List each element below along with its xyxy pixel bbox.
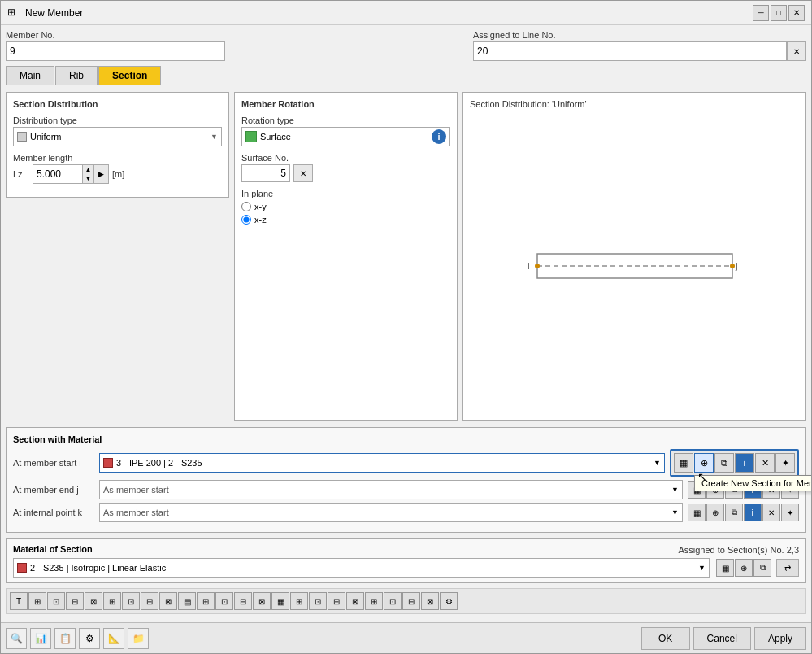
close-button[interactable]: ✕ (788, 5, 805, 21)
main-toolbar-row: T ⊞ ⊡ ⊟ ⊠ ⊞ ⊡ ⊟ ⊠ ▤ ⊞ ⊡ ⊟ ⊠ ▦ ⊞ ⊡ ⊟ ⊠ ⊞ … (6, 588, 806, 614)
footer-btn-1[interactable]: 🔍 (6, 628, 27, 649)
at-internal-btn-3[interactable]: ⧉ (725, 504, 743, 521)
at-internal-btn-6[interactable]: ✦ (781, 504, 799, 521)
toolbar-main-16[interactable]: ⊞ (290, 592, 308, 610)
apply-button[interactable]: Apply (754, 627, 806, 650)
rotation-type-label: Rotation type (241, 116, 450, 125)
ok-button[interactable]: OK (641, 627, 690, 650)
dist-type-row: Distribution type Uniform ▼ (13, 116, 222, 146)
mat-btn-3[interactable]: ⧉ (753, 559, 771, 577)
toolbar-main-13[interactable]: ⊟ (234, 592, 252, 610)
footer-btn-4[interactable]: ⚙ (79, 628, 100, 649)
mat-assign-btn[interactable]: ⇄ (776, 559, 799, 577)
beam-diagram: i j (470, 119, 799, 413)
material-select[interactable]: 2 - S235 | Isotropic | Linear Elastic ▼ (13, 558, 710, 578)
window-title: New Member (25, 7, 753, 19)
toolbar-main-settings[interactable]: ⚙ (440, 592, 458, 610)
at-internal-btn-1[interactable]: ▦ (688, 504, 706, 521)
middle-field-group (230, 30, 468, 61)
at-start-arrow: ▼ (654, 459, 661, 467)
member-rotation-box: Member Rotation Rotation type Surface i … (234, 92, 458, 421)
top-fields: Member No. 9 Assigned to Line No. 20 ✕ (6, 30, 806, 61)
toolbar-main-17[interactable]: ⊡ (309, 592, 327, 610)
toolbar-main-22[interactable]: ⊟ (402, 592, 420, 610)
tab-main[interactable]: Main (6, 66, 54, 85)
radio-xz-row: x-z (241, 215, 450, 225)
toolbar-main-12[interactable]: ⊡ (215, 592, 233, 610)
material-header: Material of Section Assigned to Section(… (13, 544, 799, 556)
tool-btn-del[interactable]: ✕ (755, 453, 775, 473)
toolbar-main-9[interactable]: ⊠ (159, 592, 177, 610)
at-internal-label: At internal point k (13, 508, 94, 517)
tool-btn-info[interactable]: i (735, 453, 754, 473)
footer-btn-6[interactable]: 📁 (128, 628, 149, 649)
lz-input[interactable] (33, 165, 82, 183)
toolbar-main-23[interactable]: ⊠ (421, 592, 439, 610)
svg-point-5 (730, 264, 735, 268)
at-internal-btn-4[interactable]: i (744, 504, 762, 521)
beam-svg: i j (521, 233, 749, 299)
rotation-type-select[interactable]: Surface i (241, 127, 450, 146)
dist-type-arrow: ▼ (211, 133, 218, 141)
mat-btn-1[interactable]: ▦ (716, 559, 734, 577)
at-internal-btn-5[interactable]: ✕ (762, 504, 780, 521)
toolbar-main-7[interactable]: ⊡ (122, 592, 140, 610)
mat-btn-2[interactable]: ⊕ (735, 559, 753, 577)
lz-spinners: ▲ ▼ (82, 165, 93, 183)
toolbar-main-3[interactable]: ⊡ (47, 592, 65, 610)
toolbar-main-14[interactable]: ⊠ (253, 592, 271, 610)
toolbar-main-10[interactable]: ▤ (178, 592, 196, 610)
radio-xy[interactable] (241, 202, 251, 211)
lz-spin-up[interactable]: ▲ (82, 165, 93, 174)
distribution-diagram-title: Section Distribution: 'Uniform' (470, 99, 799, 109)
at-end-select[interactable]: As member start ▼ (99, 480, 683, 499)
svg-text:i: i (528, 261, 529, 271)
footer-btn-5[interactable]: 📐 (103, 628, 124, 649)
toolbar-main-18[interactable]: ⊟ (328, 592, 345, 610)
footer-btn-3[interactable]: 📋 (54, 628, 76, 649)
member-no-input[interactable]: 9 (6, 41, 225, 61)
member-length-row: Member length Lz ▲ ▼ ▶ [m] (13, 153, 222, 184)
footer-btn-2[interactable]: 📊 (30, 628, 51, 649)
toolbar-main-5[interactable]: ⊠ (85, 592, 102, 610)
at-internal-btn-2[interactable]: ⊕ (706, 504, 724, 521)
surface-goto-btn[interactable]: ✕ (293, 164, 313, 182)
cancel-button[interactable]: Cancel (693, 627, 751, 650)
toolbar-main-11[interactable]: ⊞ (197, 592, 215, 610)
assigned-group: Assigned to Line No. 20 ✕ (473, 30, 806, 61)
lz-unit: [m] (112, 169, 124, 179)
title-bar: ⊞ New Member ─ □ ✕ (1, 1, 811, 25)
lz-spin-down[interactable]: ▼ (82, 174, 93, 183)
toolbar-main-1[interactable]: T (10, 592, 28, 610)
material-value-text: 2 - S235 | Isotropic | Linear Elastic (30, 563, 166, 573)
at-internal-toolbar: ▦ ⊕ ⧉ i ✕ ✦ (688, 504, 799, 521)
tool-btn-1[interactable]: ▦ (674, 453, 693, 473)
toolbar-main-15[interactable]: ▦ (271, 592, 289, 610)
material-toolbar: ▦ ⊕ ⧉ (716, 559, 771, 577)
toolbar-main-4[interactable]: ⊟ (66, 592, 84, 610)
rotation-info-button[interactable]: i (432, 129, 446, 144)
tab-rib[interactable]: Rib (55, 66, 98, 85)
toolbar-main-2[interactable]: ⊞ (28, 592, 46, 610)
material-section: Material of Section Assigned to Section(… (6, 538, 806, 583)
at-start-select[interactable]: 3 - IPE 200 | 2 - S235 ▼ (99, 453, 665, 473)
tool-btn-star[interactable]: ✦ (775, 453, 795, 473)
at-internal-select[interactable]: As member start ▼ (99, 503, 683, 522)
main-panel: Section Distribution Distribution type U… (6, 92, 806, 421)
toolbar-main-8[interactable]: ⊟ (141, 592, 158, 610)
radio-xz[interactable] (241, 215, 251, 225)
toolbar-main-21[interactable]: ⊡ (384, 592, 402, 610)
tab-section[interactable]: Section (98, 66, 161, 85)
lz-goto-btn[interactable]: ▶ (93, 165, 108, 183)
maximize-button[interactable]: □ (771, 5, 787, 21)
dist-type-select[interactable]: Uniform ▼ (13, 127, 222, 146)
assigned-input[interactable]: 20 (473, 41, 787, 61)
in-plane-label: In plane (241, 189, 450, 198)
assigned-clear-button[interactable]: ✕ (787, 41, 806, 61)
minimize-button[interactable]: ─ (753, 5, 769, 21)
surface-no-input[interactable] (241, 164, 290, 182)
toolbar-main-19[interactable]: ⊠ (346, 592, 364, 610)
toolbar-main-6[interactable]: ⊞ (103, 592, 121, 610)
tool-btn-copy[interactable]: ⧉ (714, 453, 734, 473)
toolbar-main-20[interactable]: ⊞ (365, 592, 383, 610)
